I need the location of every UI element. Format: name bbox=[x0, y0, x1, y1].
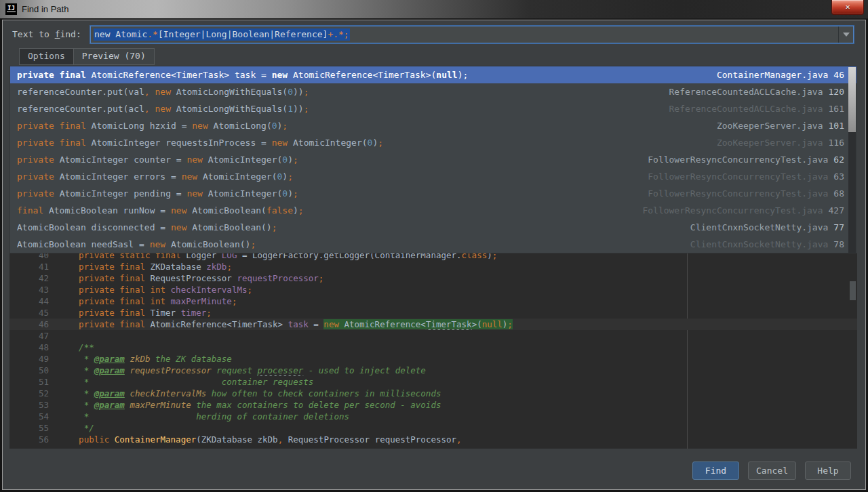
result-row[interactable]: private final AtomicLong hzxid = new Ato… bbox=[10, 117, 856, 134]
dialog-body: Text to find: new Atomic.*[Integer|Long|… bbox=[2, 20, 866, 490]
result-row[interactable]: private AtomicInteger errors = new Atomi… bbox=[10, 168, 856, 185]
result-file-location: ReferenceCountedACLCache.java161 bbox=[669, 104, 856, 114]
result-file-location: ClientCnxnSocketNetty.java77 bbox=[690, 222, 856, 232]
result-row[interactable]: private final AtomicInteger requestsInPr… bbox=[10, 134, 856, 151]
code-line: 51 * container requests bbox=[9, 376, 857, 388]
results-scrollbar-thumb[interactable] bbox=[848, 67, 856, 132]
result-row[interactable]: final AtomicBoolean runNow = new AtomicB… bbox=[10, 202, 856, 219]
code-line: 43 private final int checkIntervalMs; bbox=[9, 284, 857, 295]
title-bar[interactable]: IJ Find in Path ✕ bbox=[0, 0, 868, 19]
line-number: 47 bbox=[9, 330, 58, 342]
line-number: 55 bbox=[9, 422, 58, 434]
result-row[interactable]: AtomicBoolean disconnected = new AtomicB… bbox=[10, 219, 856, 236]
result-file-location: ZooKeeperServer.java101 bbox=[717, 121, 856, 131]
search-input[interactable]: new Atomic.*[Integer|Long|Boolean|Refere… bbox=[90, 26, 854, 43]
line-number: 46 bbox=[9, 319, 58, 330]
result-file-location: FollowerResyncConcurrencyTest.java62 bbox=[648, 155, 856, 165]
code-line: 40 private static final Logger LOG = Log… bbox=[9, 253, 857, 261]
line-number: 43 bbox=[9, 284, 58, 295]
line-number: 50 bbox=[9, 365, 58, 376]
line-number: 49 bbox=[9, 353, 58, 365]
code-line: 47 bbox=[9, 330, 857, 342]
result-file-location: FollowerResyncConcurrencyTest.java68 bbox=[648, 188, 856, 199]
close-button[interactable]: ✕ bbox=[831, 0, 864, 15]
results-scrollbar[interactable] bbox=[848, 67, 856, 253]
line-number: 53 bbox=[9, 399, 58, 411]
code-line: 41 private final ZKDatabase zkDb; bbox=[9, 261, 857, 272]
result-code: referenceCounter.put(val, new AtomicLong… bbox=[17, 87, 669, 97]
line-number: 54 bbox=[9, 411, 58, 422]
result-code: private AtomicInteger pending = new Atom… bbox=[17, 188, 648, 199]
code-line: 55 */ bbox=[9, 422, 857, 434]
result-row[interactable]: referenceCounter.put(val, new AtomicLong… bbox=[10, 83, 856, 100]
chevron-down-icon bbox=[843, 33, 850, 37]
code-line: 49 * @param zkDb the ZK database bbox=[9, 353, 857, 365]
find-button[interactable]: Find bbox=[692, 462, 739, 480]
text-to-find-label: Text to find: bbox=[12, 29, 81, 39]
result-code: final AtomicBoolean runNow = new AtomicB… bbox=[17, 205, 642, 216]
code-line: 42 private final RequestProcessor reques… bbox=[9, 272, 857, 284]
code-line: 44 private final int maxPerMinute; bbox=[9, 295, 857, 307]
editor-scrollbar-thumb[interactable] bbox=[850, 281, 856, 300]
result-code: AtomicBoolean needSasl = new AtomicBoole… bbox=[17, 239, 690, 249]
result-row[interactable]: referenceCounter.put(acl, new AtomicLong… bbox=[10, 100, 856, 117]
line-number: 56 bbox=[9, 434, 58, 445]
result-file-location: FollowerResyncConcurrencyTest.java427 bbox=[642, 205, 856, 216]
line-number: 42 bbox=[9, 272, 58, 284]
help-button[interactable]: Help bbox=[805, 462, 851, 480]
result-file-location: ZooKeeperServer.java116 bbox=[717, 138, 856, 148]
code-line: 45 private final Timer timer; bbox=[9, 307, 857, 319]
code-line: 52 * @param checkIntervalMs how often to… bbox=[9, 388, 857, 399]
result-code: referenceCounter.put(acl, new AtomicLong… bbox=[17, 104, 669, 114]
result-row[interactable]: private final AtomicReference<TimerTask>… bbox=[10, 66, 856, 83]
tab-options[interactable]: Options bbox=[19, 48, 73, 65]
results-list[interactable]: private final AtomicReference<TimerTask>… bbox=[9, 66, 857, 253]
find-in-path-dialog: IJ Find in Path ✕ Text to find: new Atom… bbox=[0, 0, 868, 492]
result-row[interactable]: private AtomicInteger pending = new Atom… bbox=[10, 185, 856, 202]
line-number: 52 bbox=[9, 388, 58, 399]
code-line: 56 public ContainerManager(ZKDatabase zk… bbox=[9, 434, 857, 445]
result-row[interactable]: AtomicBoolean needSasl = new AtomicBoole… bbox=[10, 236, 856, 253]
search-input-value[interactable]: new Atomic.*[Integer|Long|Boolean|Refere… bbox=[91, 26, 838, 43]
window-title: Find in Path bbox=[22, 4, 68, 14]
result-file-location: ContainerManager.java46 bbox=[717, 70, 856, 80]
result-file-location: FollowerResyncConcurrencyTest.java63 bbox=[648, 171, 856, 182]
result-row[interactable]: private AtomicInteger counter = new Atom… bbox=[10, 151, 856, 168]
code-line: 54 * herding of container deletions bbox=[9, 411, 857, 422]
intellij-logo-icon: IJ bbox=[5, 3, 17, 15]
result-code: private AtomicInteger counter = new Atom… bbox=[17, 155, 648, 165]
tab-preview[interactable]: Preview (70) bbox=[73, 48, 155, 65]
tab-bar: Options Preview (70) bbox=[19, 48, 155, 65]
code-line: 48 /** bbox=[9, 342, 857, 353]
result-code: AtomicBoolean disconnected = new AtomicB… bbox=[17, 222, 690, 232]
line-number: 40 bbox=[9, 253, 58, 261]
result-file-location: ReferenceCountedACLCache.java120 bbox=[669, 87, 856, 97]
code-line: 53 * @param maxPerMinute the max contain… bbox=[9, 399, 857, 411]
code-line: 50 * @param requestProcessor request pro… bbox=[9, 365, 857, 376]
code-preview-editor[interactable]: 40 private static final Logger LOG = Log… bbox=[9, 253, 857, 449]
line-number: 44 bbox=[9, 295, 58, 307]
line-number: 51 bbox=[9, 376, 58, 388]
code-line: 46 private final AtomicReference<TimerTa… bbox=[9, 319, 857, 330]
result-code: private AtomicInteger errors = new Atomi… bbox=[17, 171, 648, 182]
result-file-location: ClientCnxnSocketNetty.java78 bbox=[690, 239, 856, 249]
result-code: private final AtomicInteger requestsInPr… bbox=[17, 138, 717, 148]
result-code: private final AtomicLong hzxid = new Ato… bbox=[17, 121, 717, 131]
line-number: 45 bbox=[9, 307, 58, 319]
cancel-button[interactable]: Cancel bbox=[748, 462, 796, 480]
line-number: 48 bbox=[9, 342, 58, 353]
close-icon: ✕ bbox=[845, 2, 850, 12]
result-code: private final AtomicReference<TimerTask>… bbox=[17, 70, 717, 80]
line-number: 41 bbox=[9, 261, 58, 272]
combo-dropdown-button[interactable] bbox=[838, 26, 853, 43]
editor-code-area: 40 private static final Logger LOG = Log… bbox=[9, 253, 857, 445]
